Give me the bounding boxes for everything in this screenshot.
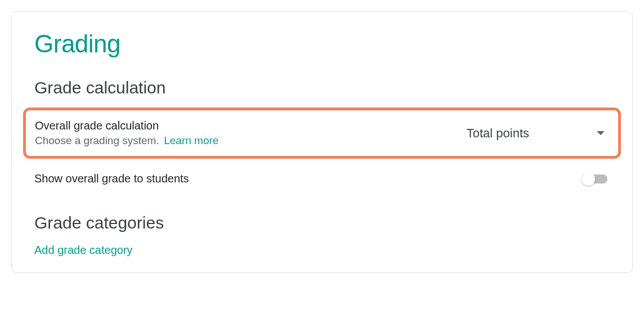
overall-grade-calculation-info: Overall grade calculation Choose a gradi… xyxy=(35,119,218,147)
overall-grade-calculation-subtitle-row: Choose a grading system. Learn more xyxy=(35,135,218,147)
page-title: Grading xyxy=(34,30,610,58)
grade-calculation-heading: Grade calculation xyxy=(34,78,610,97)
add-grade-category-link[interactable]: Add grade category xyxy=(34,244,133,257)
overall-grade-dropdown[interactable]: Total points xyxy=(467,126,605,141)
grade-categories-heading: Grade categories xyxy=(34,213,610,232)
overall-grade-calculation-subtitle: Choose a grading system. xyxy=(35,135,159,146)
overall-grade-dropdown-value: Total points xyxy=(467,126,529,141)
overall-grade-calculation-highlight: Overall grade calculation Choose a gradi… xyxy=(23,108,621,159)
learn-more-link[interactable]: Learn more xyxy=(164,135,218,146)
show-overall-grade-label: Show overall grade to students xyxy=(34,172,189,185)
chevron-down-icon xyxy=(597,131,605,135)
toggle-knob xyxy=(582,172,595,186)
overall-grade-calculation-title: Overall grade calculation xyxy=(35,119,218,132)
grading-card: Grading Grade calculation Overall grade … xyxy=(11,11,633,273)
show-overall-grade-toggle[interactable] xyxy=(583,175,607,184)
show-overall-grade-row: Show overall grade to students xyxy=(34,172,610,185)
